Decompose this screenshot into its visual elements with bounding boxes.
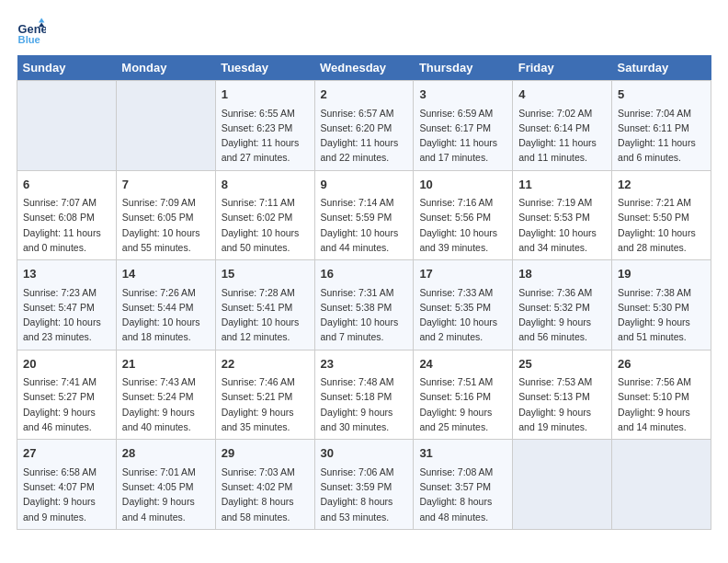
day-detail: Sunrise: 7:04 AM Sunset: 6:11 PM Dayligh… [618, 106, 705, 166]
day-detail: Sunrise: 7:11 AM Sunset: 6:02 PM Dayligh… [222, 195, 309, 255]
svg-marker-2 [39, 18, 44, 23]
day-number: 16 [321, 265, 408, 283]
weekday-header: Saturday [612, 55, 711, 81]
calendar-cell: 1Sunrise: 6:55 AM Sunset: 6:23 PM Daylig… [215, 81, 314, 171]
day-detail: Sunrise: 7:46 AM Sunset: 5:21 PM Dayligh… [222, 374, 309, 434]
day-number: 6 [23, 176, 110, 194]
day-detail: Sunrise: 7:53 AM Sunset: 5:13 PM Dayligh… [518, 374, 606, 434]
day-number: 1 [222, 86, 309, 104]
day-number: 23 [321, 355, 408, 373]
day-detail: Sunrise: 7:03 AM Sunset: 4:02 PM Dayligh… [222, 465, 309, 524]
day-detail: Sunrise: 7:51 AM Sunset: 5:16 PM Dayligh… [419, 374, 506, 434]
calendar-week-row: 1Sunrise: 6:55 AM Sunset: 6:23 PM Daylig… [17, 81, 711, 171]
day-number: 11 [518, 176, 606, 194]
calendar-cell: 15Sunrise: 7:28 AM Sunset: 5:41 PM Dayli… [215, 260, 314, 350]
day-detail: Sunrise: 7:14 AM Sunset: 5:59 PM Dayligh… [321, 195, 408, 255]
calendar-cell: 2Sunrise: 6:57 AM Sunset: 6:20 PM Daylig… [314, 81, 414, 171]
weekday-header: Thursday [414, 55, 513, 81]
day-detail: Sunrise: 7:48 AM Sunset: 5:18 PM Dayligh… [321, 374, 408, 434]
day-number: 30 [321, 444, 408, 463]
day-number: 5 [618, 86, 705, 104]
calendar-week-row: 6Sunrise: 7:07 AM Sunset: 6:08 PM Daylig… [17, 170, 711, 260]
calendar-cell: 3Sunrise: 6:59 AM Sunset: 6:17 PM Daylig… [414, 81, 513, 171]
day-number: 22 [222, 355, 309, 373]
calendar-cell [612, 440, 711, 530]
calendar-cell: 14Sunrise: 7:26 AM Sunset: 5:44 PM Dayli… [116, 260, 215, 350]
calendar-cell: 30Sunrise: 7:06 AM Sunset: 3:59 PM Dayli… [314, 440, 414, 530]
day-number: 28 [122, 444, 210, 463]
day-detail: Sunrise: 7:43 AM Sunset: 5:24 PM Dayligh… [122, 374, 210, 434]
calendar-cell [17, 81, 117, 171]
calendar-week-row: 27Sunrise: 6:58 AM Sunset: 4:07 PM Dayli… [17, 440, 711, 530]
day-number: 29 [222, 444, 309, 463]
calendar-cell: 6Sunrise: 7:07 AM Sunset: 6:08 PM Daylig… [17, 170, 117, 260]
calendar-cell: 23Sunrise: 7:48 AM Sunset: 5:18 PM Dayli… [314, 350, 414, 440]
day-detail: Sunrise: 7:09 AM Sunset: 6:05 PM Dayligh… [122, 195, 210, 255]
day-detail: Sunrise: 7:56 AM Sunset: 5:10 PM Dayligh… [618, 374, 705, 434]
day-number: 10 [419, 176, 506, 194]
calendar-cell: 12Sunrise: 7:21 AM Sunset: 5:50 PM Dayli… [612, 170, 711, 260]
day-detail: Sunrise: 7:21 AM Sunset: 5:50 PM Dayligh… [618, 195, 705, 255]
day-number: 4 [518, 86, 606, 104]
day-number: 26 [618, 355, 705, 373]
day-detail: Sunrise: 7:19 AM Sunset: 5:53 PM Dayligh… [518, 195, 606, 255]
day-detail: Sunrise: 7:07 AM Sunset: 6:08 PM Dayligh… [23, 195, 110, 255]
day-detail: Sunrise: 6:57 AM Sunset: 6:20 PM Dayligh… [321, 106, 408, 166]
calendar-cell: 31Sunrise: 7:08 AM Sunset: 3:57 PM Dayli… [414, 440, 513, 530]
calendar-cell: 22Sunrise: 7:46 AM Sunset: 5:21 PM Dayli… [215, 350, 314, 440]
day-number: 2 [321, 86, 408, 104]
calendar-cell: 29Sunrise: 7:03 AM Sunset: 4:02 PM Dayli… [215, 440, 314, 530]
calendar-cell: 27Sunrise: 6:58 AM Sunset: 4:07 PM Dayli… [17, 440, 117, 530]
day-detail: Sunrise: 7:06 AM Sunset: 3:59 PM Dayligh… [321, 465, 408, 524]
weekday-header: Sunday [17, 55, 117, 81]
day-detail: Sunrise: 7:33 AM Sunset: 5:35 PM Dayligh… [419, 285, 506, 345]
calendar-cell: 20Sunrise: 7:41 AM Sunset: 5:27 PM Dayli… [17, 350, 117, 440]
calendar-cell: 5Sunrise: 7:04 AM Sunset: 6:11 PM Daylig… [612, 81, 711, 171]
day-detail: Sunrise: 6:58 AM Sunset: 4:07 PM Dayligh… [23, 465, 110, 524]
weekday-header: Friday [513, 55, 612, 81]
logo-icon: General Blue [17, 17, 46, 46]
calendar-cell: 26Sunrise: 7:56 AM Sunset: 5:10 PM Dayli… [612, 350, 711, 440]
day-number: 13 [23, 265, 110, 283]
day-detail: Sunrise: 7:02 AM Sunset: 6:14 PM Dayligh… [518, 106, 606, 166]
day-number: 21 [122, 355, 210, 373]
calendar-cell: 10Sunrise: 7:16 AM Sunset: 5:56 PM Dayli… [414, 170, 513, 260]
day-number: 19 [618, 265, 705, 283]
weekday-header: Wednesday [314, 55, 414, 81]
day-detail: Sunrise: 7:08 AM Sunset: 3:57 PM Dayligh… [419, 465, 506, 524]
day-number: 7 [122, 176, 210, 194]
calendar-cell: 16Sunrise: 7:31 AM Sunset: 5:38 PM Dayli… [314, 260, 414, 350]
day-number: 27 [23, 444, 110, 463]
calendar-cell: 21Sunrise: 7:43 AM Sunset: 5:24 PM Dayli… [116, 350, 215, 440]
weekday-header-row: SundayMondayTuesdayWednesdayThursdayFrid… [17, 55, 711, 81]
day-detail: Sunrise: 7:26 AM Sunset: 5:44 PM Dayligh… [122, 285, 210, 345]
day-number: 3 [419, 86, 506, 104]
day-number: 14 [122, 265, 210, 283]
day-number: 9 [321, 176, 408, 194]
day-detail: Sunrise: 7:36 AM Sunset: 5:32 PM Dayligh… [518, 285, 606, 345]
calendar-cell [513, 440, 612, 530]
weekday-header: Monday [116, 55, 215, 81]
calendar-cell [116, 81, 215, 171]
day-detail: Sunrise: 7:01 AM Sunset: 4:05 PM Dayligh… [122, 465, 210, 524]
calendar-cell: 9Sunrise: 7:14 AM Sunset: 5:59 PM Daylig… [314, 170, 414, 260]
calendar-cell: 24Sunrise: 7:51 AM Sunset: 5:16 PM Dayli… [414, 350, 513, 440]
calendar-table: SundayMondayTuesdayWednesdayThursdayFrid… [17, 55, 711, 530]
day-number: 12 [618, 176, 705, 194]
day-detail: Sunrise: 6:59 AM Sunset: 6:17 PM Dayligh… [419, 106, 506, 166]
day-detail: Sunrise: 7:23 AM Sunset: 5:47 PM Dayligh… [23, 285, 110, 345]
day-detail: Sunrise: 6:55 AM Sunset: 6:23 PM Dayligh… [222, 106, 309, 166]
calendar-cell: 17Sunrise: 7:33 AM Sunset: 5:35 PM Dayli… [414, 260, 513, 350]
calendar-cell: 11Sunrise: 7:19 AM Sunset: 5:53 PM Dayli… [513, 170, 612, 260]
day-detail: Sunrise: 7:41 AM Sunset: 5:27 PM Dayligh… [23, 374, 110, 434]
calendar-cell: 28Sunrise: 7:01 AM Sunset: 4:05 PM Dayli… [116, 440, 215, 530]
day-number: 31 [419, 444, 506, 463]
calendar-cell: 25Sunrise: 7:53 AM Sunset: 5:13 PM Dayli… [513, 350, 612, 440]
svg-text:Blue: Blue [18, 34, 40, 45]
day-detail: Sunrise: 7:28 AM Sunset: 5:41 PM Dayligh… [222, 285, 309, 345]
page-header: General Blue [17, 17, 711, 46]
day-detail: Sunrise: 7:31 AM Sunset: 5:38 PM Dayligh… [321, 285, 408, 345]
calendar-cell: 19Sunrise: 7:38 AM Sunset: 5:30 PM Dayli… [612, 260, 711, 350]
calendar-cell: 18Sunrise: 7:36 AM Sunset: 5:32 PM Dayli… [513, 260, 612, 350]
day-number: 15 [222, 265, 309, 283]
